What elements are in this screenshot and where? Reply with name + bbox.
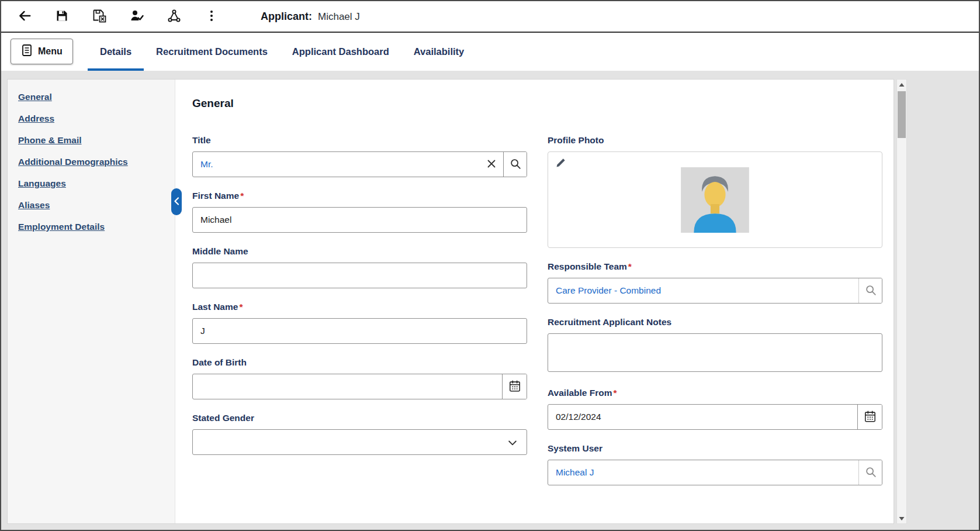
date-of-birth-label: Date of Birth (192, 356, 527, 369)
arrow-up-icon (899, 80, 905, 89)
save-button[interactable] (50, 5, 74, 28)
section-link-phone-email[interactable]: Phone & Email (18, 134, 82, 147)
section-link-languages[interactable]: Languages (18, 177, 66, 190)
menu-button[interactable]: Menu (11, 39, 73, 64)
required-asterisk: * (628, 261, 632, 271)
section-link-address[interactable]: Address (18, 112, 54, 125)
search-icon (509, 157, 522, 172)
toolbar: Applicant: Michael J (1, 1, 979, 33)
responsible-team-label: Responsible Team* (548, 260, 882, 273)
clear-title-button[interactable] (480, 152, 503, 177)
edit-photo-button[interactable] (555, 157, 567, 170)
applicant-label: Applicant: (261, 11, 312, 23)
last-name-input[interactable] (193, 319, 527, 343)
scrollbar-track[interactable] (897, 89, 906, 513)
chevron-down-icon (507, 437, 518, 451)
last-name-input-group (192, 318, 527, 344)
arrow-down-icon (899, 514, 905, 523)
avatar (681, 167, 749, 233)
field-responsible-team: Responsible Team* (548, 260, 882, 304)
last-name-label: Last Name* (192, 301, 527, 313)
available-from-label: Available From* (548, 387, 882, 399)
scroll-down-button[interactable] (897, 513, 906, 523)
pencil-icon (555, 161, 567, 170)
back-arrow-icon (17, 8, 32, 25)
available-from-input[interactable] (548, 405, 857, 429)
applicant-name: Michael J (318, 11, 360, 23)
title-input[interactable] (193, 152, 480, 177)
middle-name-input-group (192, 263, 527, 288)
menu-icon (21, 44, 33, 59)
form-column-right: Profile Photo (548, 134, 882, 498)
tabs: Details Recruitment Documents Applicant … (88, 33, 476, 71)
field-recruitment-notes: Recruitment Applicant Notes (548, 316, 882, 374)
calendar-icon (508, 380, 521, 394)
field-available-from: Available From* (548, 387, 882, 430)
date-of-birth-calendar-button[interactable] (502, 374, 527, 399)
available-from-input-group (548, 404, 882, 430)
field-last-name: Last Name* (192, 301, 527, 344)
field-middle-name: Middle Name (192, 245, 527, 288)
menu-button-label: Menu (38, 46, 63, 57)
search-icon (864, 466, 877, 480)
system-user-label: System User (548, 442, 882, 455)
save-discard-icon (92, 8, 107, 25)
profile-photo-label: Profile Photo (548, 134, 882, 147)
vertical-scrollbar[interactable] (896, 79, 907, 524)
sidebar-collapse-button[interactable] (171, 188, 182, 215)
section-nav: General Address Phone & Email Additional… (8, 80, 175, 523)
details-panel: General Address Phone & Email Additional… (7, 79, 894, 524)
date-of-birth-input[interactable] (193, 374, 502, 399)
tab-bar: Menu Details Recruitment Documents Appli… (1, 33, 979, 71)
tab-details[interactable]: Details (88, 33, 144, 71)
scroll-up-button[interactable] (897, 80, 906, 89)
tab-availability[interactable]: Availability (401, 33, 477, 71)
title-label: Title (192, 134, 527, 147)
field-profile-photo: Profile Photo (548, 134, 882, 248)
stated-gender-label: Stated Gender (192, 412, 527, 425)
section-link-additional-demographics[interactable]: Additional Demographics (18, 156, 128, 168)
stated-gender-select[interactable] (192, 429, 527, 455)
required-asterisk: * (239, 302, 243, 312)
tab-applicant-dashboard[interactable]: Applicant Dashboard (280, 33, 401, 71)
system-user-lookup-button[interactable] (858, 460, 882, 485)
system-user-input[interactable] (548, 460, 858, 485)
search-icon (864, 284, 877, 298)
date-of-birth-input-group (192, 374, 527, 399)
section-link-employment-details[interactable]: Employment Details (18, 220, 105, 233)
middle-name-input[interactable] (193, 263, 527, 288)
field-title: Title (192, 134, 527, 177)
responsible-team-lookup-button[interactable] (858, 278, 882, 303)
middle-name-label: Middle Name (192, 245, 527, 258)
assign-user-button[interactable] (125, 5, 148, 28)
recruitment-notes-label: Recruitment Applicant Notes (548, 316, 882, 329)
field-stated-gender: Stated Gender (192, 412, 527, 455)
scrollbar-thumb[interactable] (898, 91, 906, 138)
section-link-aliases[interactable]: Aliases (18, 199, 50, 212)
title-input-group (192, 151, 527, 177)
required-asterisk: * (614, 388, 617, 398)
more-options-icon (205, 9, 219, 25)
tab-recruitment-documents[interactable]: Recruitment Documents (144, 33, 280, 71)
content-area: General Address Phone & Email Additional… (1, 71, 979, 530)
share-icon (167, 8, 182, 25)
responsible-team-input[interactable] (548, 278, 858, 303)
share-button[interactable] (162, 5, 186, 28)
chevron-left-icon (174, 197, 179, 207)
title-lookup-button[interactable] (503, 152, 527, 177)
save-icon (55, 9, 69, 25)
save-discard-button[interactable] (88, 5, 111, 28)
section-link-general[interactable]: General (18, 91, 52, 104)
first-name-label: First Name* (192, 189, 527, 202)
system-user-input-group (548, 460, 882, 485)
available-from-calendar-button[interactable] (857, 405, 882, 429)
field-date-of-birth: Date of Birth (192, 356, 527, 399)
first-name-input[interactable] (193, 208, 527, 232)
form-column-left: Title (192, 134, 527, 467)
clear-icon (486, 158, 497, 171)
field-system-user: System User (548, 442, 882, 485)
more-options-button[interactable] (200, 5, 223, 28)
calendar-icon (864, 410, 877, 425)
back-button[interactable] (13, 5, 36, 28)
recruitment-notes-textarea[interactable] (548, 333, 882, 372)
